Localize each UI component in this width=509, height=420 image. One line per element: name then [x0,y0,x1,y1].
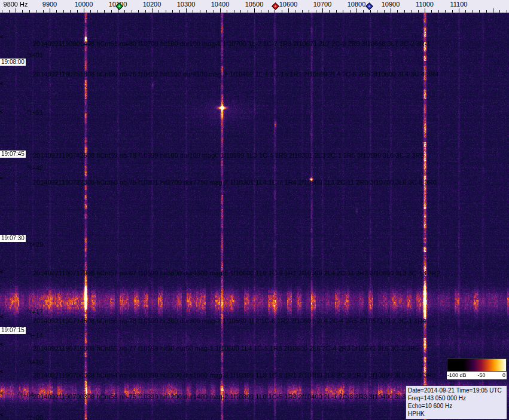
ruler-minor-tick [70,10,71,13]
ruler-minor-tick [138,10,139,13]
waterfall-display: -100 dB-500 Date=2014-09-21 Time=19:05 U… [0,13,509,420]
frequency-ruler: 9800 Hz990010000101001020010300104001050… [0,0,509,13]
ruler-minor-tick [479,10,480,13]
ruler-minor-tick [234,10,234,13]
event-tick-icon: < [0,35,3,40]
ruler-minor-tick [29,10,30,13]
detection-log-line: 20140921190714508 hCnt56 nb-78 f10599 hi… [33,317,426,324]
ruler-minor-tick [166,10,166,13]
event-tick-icon: < [0,412,3,418]
ruler-minor-tick [63,10,64,13]
ruler-minor-tick [350,10,350,13]
detection-log-line: 20140921190751808 hCnt60 nb-76 f10402 hi… [33,70,438,78]
ruler-minor-tick [172,10,173,13]
ruler-minor-tick [90,10,91,13]
ruler-major-tick [152,8,153,13]
info-box-line: HPHK [408,410,505,418]
ruler-major-tick [493,8,493,13]
ruler-minor-tick [159,10,159,13]
ruler-frequency-label: 10200 [143,1,161,8]
ruler-minor-tick [499,10,500,13]
ruler-minor-tick [22,10,23,13]
ruler-frequency-label: 10400 [211,1,230,8]
info-box-line: Date=2014-09-21 Time=19:05 UTC [408,387,505,394]
ruler-major-tick [425,8,425,13]
blue-diamond-marker[interactable] [365,2,373,10]
ruler-minor-tick [404,10,405,13]
ruler-major-tick [254,8,255,13]
ruler-major-tick [391,8,391,13]
time-axis-label: 19:07:30 [0,235,26,242]
colorbar-gradient [447,358,507,372]
ruler-minor-tick [2,10,2,13]
time-axis-label: 19:07:45 [0,151,26,158]
red-diamond-marker[interactable] [272,2,279,10]
colorbar-labels: -100 dB-500 [447,372,507,379]
ruler-minor-tick [282,10,282,13]
ruler-minor-tick [268,10,269,13]
event-tick-icon: < [0,314,3,320]
time-offset-mark: ^t+04 [18,391,34,398]
event-tick-icon: < [0,269,3,275]
colorbar-label-right: 0 [502,372,505,378]
ruler-frequency-label: 10500 [245,1,264,8]
ruler-minor-tick [295,10,295,13]
ruler-minor-tick [384,10,385,13]
ruler-minor-tick [132,10,132,13]
ruler-minor-tick [193,10,193,13]
ruler-minor-tick [316,10,316,13]
ruler-minor-tick [329,10,330,13]
ruler-minor-tick [363,10,364,13]
detection-log-line: 20140921190801408 hCnt61 nb-80 f10700 hi… [33,40,431,47]
time-axis-label: 19:07:15 [0,327,26,334]
ruler-major-tick [288,8,289,13]
colorbar-label-left: -100 dB [447,372,467,378]
ruler-minor-tick [309,10,309,13]
ruler-minor-tick [124,10,125,13]
detection-log-line: 20140921190742508 hCnt59 nb-78 f10599 hi… [33,152,424,159]
ruler-minor-tick [206,10,207,13]
time-offset-mark: ^t+51 [27,109,43,116]
ruler-minor-tick [56,10,57,13]
ruler-major-tick [186,8,187,13]
ruler-minor-tick [261,10,261,13]
intensity-scale: -100 dB-500 [447,358,507,379]
detection-log-line: 20140921190704308 hCnt54 nb-65 f10399 hi… [33,372,435,379]
ruler-minor-tick [111,10,112,13]
spectrum-monitor-window: 9800 Hz990010000101001020010300104001050… [0,0,509,420]
blue-diamond-marker-center [368,5,371,7]
detection-log-line: 20140921190710008 hCnt55 nb-77 f10599 hi… [33,345,419,352]
ruler-minor-tick [36,10,36,13]
detection-log-line: 20140921190717908 hCnt57 nb-67 f10599 hi… [33,269,440,277]
ruler-frequency-label: 10300 [177,1,196,8]
event-tick-icon: < [0,109,3,115]
detection-log-line: 20140921190700308 hCnt53 nb-75 f10399 hi… [33,393,435,400]
ruler-minor-tick [200,10,200,13]
ruler-frequency-label: 10600 [279,1,298,8]
ruler-minor-tick [240,10,241,13]
event-tick-icon: < [0,391,3,396]
ruler-minor-tick [214,10,214,13]
time-offset-mark: ^t+10 [27,358,43,366]
ruler-minor-tick [377,10,377,13]
time-offset-mark: ^t+17 [27,308,43,315]
ruler-minor-tick [438,10,439,13]
time-offset-mark: ^t+00 [27,414,43,420]
ruler-frequency-label: 9900 [42,1,57,8]
ruler-minor-tick [97,10,98,13]
ruler-minor-tick [336,10,337,13]
ruler-frequency-label: 10900 [382,1,400,8]
ruler-major-tick [84,8,84,13]
status-info-box: Date=2014-09-21 Time=19:05 UTCFreq=143 0… [406,385,507,419]
ruler-minor-tick [370,10,371,13]
ruler-minor-tick [43,10,44,13]
detection-log-line: 20140921190729308 hCnt58 nb-75 f10301 hi… [33,179,437,186]
ruler-minor-tick [9,10,10,13]
ruler-minor-tick [248,10,248,13]
ruler-frequency-label: 10000 [75,1,93,8]
ruler-major-tick [459,8,459,13]
ruler-minor-tick [302,10,303,13]
green-diamond-marker-center [118,5,120,7]
ruler-minor-tick [77,10,78,13]
ruler-minor-tick [418,10,419,13]
